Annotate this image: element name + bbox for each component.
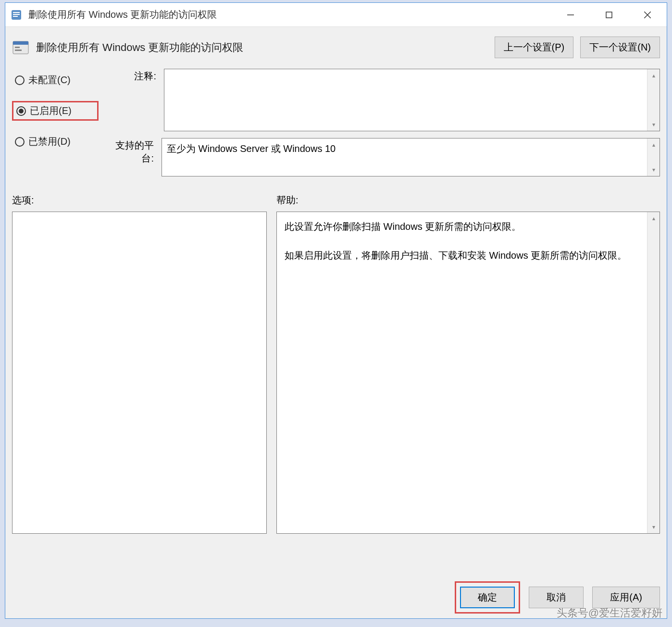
next-setting-button[interactable]: 下一个设置(N) <box>580 37 660 58</box>
radio-not-configured[interactable]: 未配置(C) <box>12 72 99 88</box>
lower-row: 选项: 帮助: 此设置允许你删除扫描 Windows 更新所需的访问权限。 如果… <box>5 183 667 534</box>
titlebar: 删除使用所有 Windows 更新功能的访问权限 <box>5 3 667 27</box>
radio-disabled[interactable]: 已禁用(D) <box>12 133 99 150</box>
nav-buttons: 上一个设置(P) 下一个设置(N) <box>495 37 660 58</box>
help-paragraph: 此设置允许你删除扫描 Windows 更新所需的访问权限。 <box>285 219 639 234</box>
help-label: 帮助: <box>276 194 660 207</box>
apply-button[interactable]: 应用(A) <box>592 587 660 608</box>
svg-rect-3 <box>13 16 18 17</box>
radio-icon <box>16 106 26 116</box>
platform-row: 支持的平台: 至少为 Windows Server 或 Windows 10 ▴… <box>103 138 660 176</box>
scrollbar[interactable]: ▴ ▾ <box>647 138 660 176</box>
radio-label: 已启用(E) <box>30 104 72 117</box>
config-area: 未配置(C) 已启用(E) 已禁用(D) 注释: ▴ ▾ <box>5 63 667 183</box>
svg-rect-10 <box>15 47 20 48</box>
svg-rect-5 <box>606 12 612 18</box>
scroll-down-icon[interactable]: ▾ <box>647 163 660 176</box>
previous-setting-button[interactable]: 上一个设置(P) <box>495 37 574 58</box>
svg-rect-1 <box>13 12 20 13</box>
scroll-down-icon[interactable]: ▾ <box>647 521 660 533</box>
policy-icon <box>10 9 23 21</box>
platform-field: 至少为 Windows Server 或 Windows 10 ▴ ▾ <box>162 138 660 176</box>
comment-content <box>164 69 647 131</box>
radio-label: 未配置(C) <box>28 74 71 87</box>
cancel-button[interactable]: 取消 <box>529 587 584 608</box>
ok-highlight: 确定 <box>455 581 520 614</box>
radio-group: 未配置(C) 已启用(E) 已禁用(D) <box>12 69 99 183</box>
scroll-up-icon[interactable]: ▴ <box>647 69 660 82</box>
settings-icon <box>12 39 29 56</box>
options-label: 选项: <box>12 194 267 207</box>
close-button[interactable] <box>628 3 667 26</box>
scroll-up-icon[interactable]: ▴ <box>647 212 660 225</box>
options-box[interactable] <box>12 212 267 534</box>
comment-label: 注释: <box>103 69 156 83</box>
help-content: 此设置允许你删除扫描 Windows 更新所需的访问权限。 如果启用此设置，将删… <box>277 212 647 533</box>
radio-enabled[interactable]: 已启用(E) <box>12 101 99 121</box>
help-box: 此设置允许你删除扫描 Windows 更新所需的访问权限。 如果启用此设置，将删… <box>276 212 660 534</box>
help-column: 帮助: 此设置允许你删除扫描 Windows 更新所需的访问权限。 如果启用此设… <box>276 194 660 534</box>
maximize-button[interactable] <box>590 3 628 26</box>
options-column: 选项: <box>12 194 267 534</box>
minimize-button[interactable] <box>551 3 590 26</box>
radio-icon <box>15 137 25 147</box>
svg-rect-2 <box>13 14 20 15</box>
comment-row: 注释: ▴ ▾ <box>103 69 660 131</box>
dialog-buttons: 确定 取消 应用(A) <box>455 581 660 614</box>
policy-title: 删除使用所有 Windows 更新功能的访问权限 <box>36 40 488 55</box>
fields-column: 注释: ▴ ▾ 支持的平台: 至少为 Windows Server 或 Wind… <box>103 69 660 183</box>
help-paragraph: 如果启用此设置，将删除用户扫描、下载和安装 Windows 更新所需的访问权限。 <box>285 248 639 263</box>
scrollbar[interactable]: ▴ ▾ <box>647 212 660 533</box>
scroll-down-icon[interactable]: ▾ <box>647 118 660 131</box>
comment-field[interactable]: ▴ ▾ <box>164 69 660 131</box>
window-title: 删除使用所有 Windows 更新功能的访问权限 <box>28 8 551 21</box>
svg-rect-11 <box>15 50 22 51</box>
radio-icon <box>15 75 25 85</box>
policy-dialog-window: 删除使用所有 Windows 更新功能的访问权限 删除使用所有 Windows … <box>5 2 667 619</box>
ok-button[interactable]: 确定 <box>460 587 515 608</box>
scroll-up-icon[interactable]: ▴ <box>647 138 660 151</box>
scrollbar[interactable]: ▴ ▾ <box>647 69 660 131</box>
platform-content: 至少为 Windows Server 或 Windows 10 <box>162 138 647 176</box>
window-buttons <box>551 3 667 26</box>
svg-rect-9 <box>13 41 28 45</box>
header-row: 删除使用所有 Windows 更新功能的访问权限 上一个设置(P) 下一个设置(… <box>5 27 667 63</box>
platform-label: 支持的平台: <box>103 138 154 165</box>
radio-label: 已禁用(D) <box>28 135 71 148</box>
